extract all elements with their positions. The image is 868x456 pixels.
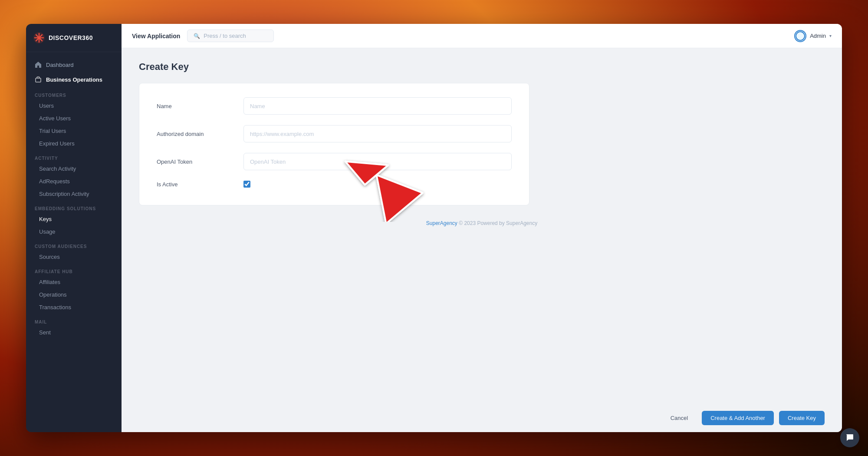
is-active-checkbox[interactable]	[243, 181, 250, 188]
openai-token-label: OpenAI Token	[157, 159, 243, 165]
search-bar[interactable]: 🔍 Press / to search	[187, 30, 274, 42]
sidebar-item-sent[interactable]: Sent	[26, 326, 122, 339]
create-add-another-button[interactable]: Create & Add Another	[702, 411, 774, 425]
page-title: Create Key	[139, 61, 825, 73]
admin-avatar-inner	[796, 31, 805, 41]
sidebar-navigation: Dashboard Business Operations CUSTOMERS …	[26, 52, 122, 432]
footer: SuperAgency © 2023 Powered by SuperAgenc…	[139, 216, 825, 231]
sidebar-item-subscription-activity[interactable]: Subscription Activity	[26, 188, 122, 200]
sidebar-item-business-operations[interactable]: Business Operations	[26, 72, 122, 87]
topbar-view-application: View Application	[132, 33, 180, 40]
chat-bubble-button[interactable]	[840, 428, 859, 447]
sidebar-item-ad-requests[interactable]: AdRequests	[26, 175, 122, 188]
footer-link[interactable]: SuperAgency	[426, 220, 457, 226]
name-row: Name	[157, 97, 512, 115]
sidebar-label-business-operations: Business Operations	[46, 76, 102, 83]
briefcase-icon	[35, 76, 42, 83]
authorized-domain-row: Authorized domain	[157, 125, 512, 142]
search-icon: 🔍	[194, 33, 200, 39]
sidebar-item-active-users[interactable]: Active Users	[26, 112, 122, 125]
section-label-embedding-solutions: EMBEDDING SOLUTIONS	[26, 200, 122, 213]
main-area: View Application 🔍 Press / to search Adm…	[122, 24, 842, 432]
topbar: View Application 🔍 Press / to search Adm…	[122, 24, 842, 48]
sidebar-item-search-activity[interactable]: Search Activity	[26, 162, 122, 175]
main-content: Create Key Name Authorized domain OpenAI…	[122, 48, 842, 404]
chat-icon	[845, 433, 854, 442]
admin-label: Admin	[810, 33, 826, 39]
sidebar-item-expired-users[interactable]: Expired Users	[26, 137, 122, 150]
section-label-activity: ACTIVITY	[26, 150, 122, 162]
search-placeholder-text: Press / to search	[204, 33, 246, 39]
section-label-affiliate-hub: AFFILIATE HUB	[26, 263, 122, 276]
openai-token-input[interactable]	[243, 153, 512, 170]
sidebar-item-operations[interactable]: Operations	[26, 288, 122, 301]
logo-text: DISCOVER360	[49, 34, 93, 41]
openai-token-row: OpenAI Token	[157, 153, 512, 170]
create-key-form-card: Name Authorized domain OpenAI Token Is A…	[139, 83, 529, 205]
name-input[interactable]	[243, 97, 512, 115]
sidebar-label-dashboard: Dashboard	[46, 62, 74, 68]
sidebar-logo: DISCOVER360	[26, 24, 122, 52]
home-icon	[35, 61, 42, 68]
svg-rect-2	[36, 78, 41, 82]
section-label-custom-audiences: CUSTOM AUDIENCES	[26, 238, 122, 251]
is-active-label: Is Active	[157, 181, 243, 188]
svg-point-1	[38, 36, 40, 39]
sidebar-item-users[interactable]: Users	[26, 99, 122, 112]
cancel-button[interactable]: Cancel	[662, 411, 697, 425]
logo-icon	[33, 32, 45, 44]
create-key-button[interactable]: Create Key	[779, 411, 825, 425]
footer-copyright: © 2023 Powered by SuperAgency	[459, 220, 537, 226]
app-container: DISCOVER360 Dashboard Business Operation…	[26, 24, 842, 432]
admin-menu[interactable]: Admin ▾	[794, 30, 832, 42]
sidebar-item-sources[interactable]: Sources	[26, 251, 122, 263]
authorized-domain-label: Authorized domain	[157, 131, 243, 137]
name-label: Name	[157, 103, 243, 109]
sidebar: DISCOVER360 Dashboard Business Operation…	[26, 24, 122, 432]
action-bar: Cancel Create & Add Another Create Key	[122, 404, 842, 432]
sidebar-item-keys[interactable]: Keys	[26, 213, 122, 225]
admin-avatar	[794, 30, 806, 42]
is-active-row: Is Active	[157, 181, 512, 188]
sidebar-item-trial-users[interactable]: Trial Users	[26, 125, 122, 137]
sidebar-item-affiliates[interactable]: Affiliates	[26, 276, 122, 288]
sidebar-item-dashboard[interactable]: Dashboard	[26, 57, 122, 72]
authorized-domain-input[interactable]	[243, 125, 512, 142]
section-label-customers: CUSTOMERS	[26, 87, 122, 99]
chevron-down-icon: ▾	[829, 33, 832, 38]
sidebar-item-usage[interactable]: Usage	[26, 225, 122, 238]
section-label-mail: MAIL	[26, 314, 122, 326]
sidebar-item-transactions[interactable]: Transactions	[26, 301, 122, 314]
